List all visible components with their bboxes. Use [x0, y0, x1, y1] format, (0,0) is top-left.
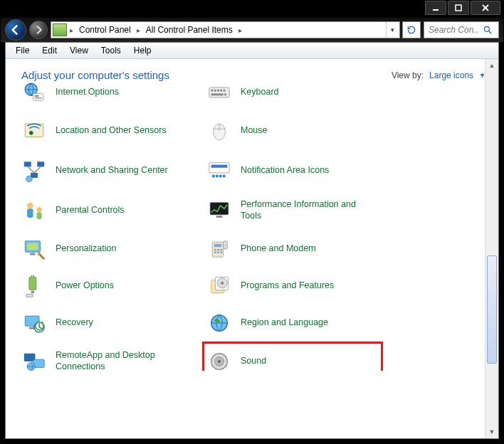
item-label: Recovery [56, 317, 93, 329]
item-label: Mouse [241, 125, 268, 137]
refresh-button[interactable] [402, 21, 421, 38]
navigation-bar: ▸ Control Panel ▸ All Control Panel Item… [1, 18, 503, 42]
breadcrumb[interactable]: All Control Panel Items [142, 22, 237, 38]
svg-rect-47 [217, 252, 219, 253]
svg-line-3 [489, 31, 492, 34]
item-perf-info-tools[interactable]: Performance Information and Tools [204, 192, 382, 229]
item-label: Programs and Features [241, 280, 334, 292]
svg-point-24 [26, 176, 33, 182]
item-label: Region and Language [241, 317, 328, 329]
recovery-icon [21, 310, 47, 336]
search-input[interactable] [427, 24, 480, 36]
titlebar[interactable] [1, 1, 503, 18]
svg-rect-52 [33, 275, 34, 277]
svg-rect-49 [224, 241, 228, 249]
svg-rect-13 [224, 90, 226, 92]
item-label: Keyboard [241, 87, 279, 98]
parental-controls-icon [21, 198, 47, 223]
maximize-button[interactable] [448, 1, 469, 15]
item-mouse[interactable]: Mouse [204, 112, 382, 149]
svg-point-17 [29, 131, 33, 135]
svg-rect-9 [211, 90, 214, 92]
svg-rect-27 [212, 175, 215, 178]
menu-help[interactable]: Help [128, 44, 157, 57]
address-bar[interactable]: ▸ Control Panel ▸ All Control Panel Item… [51, 21, 400, 38]
item-internet-options[interactable]: Internet Options [19, 75, 196, 110]
svg-rect-1 [456, 5, 461, 11]
svg-point-57 [221, 282, 224, 285]
region-language-icon [206, 310, 232, 336]
remoteapp-icon [21, 349, 47, 371]
item-parental-controls[interactable]: Parental Controls [19, 192, 196, 229]
item-programs-features[interactable]: Programs and Features [204, 269, 382, 303]
svg-rect-51 [31, 275, 32, 277]
item-label: Internet Options [56, 87, 119, 98]
item-label: Power Options [56, 280, 114, 292]
item-notification-icons[interactable]: Notification Area Icons [204, 152, 382, 189]
forward-button[interactable] [29, 21, 48, 39]
performance-icon [206, 198, 232, 223]
svg-rect-11 [217, 90, 219, 92]
item-network-sharing[interactable]: Network and Sharing Center [19, 152, 196, 189]
minimize-button[interactable] [425, 1, 446, 15]
scroll-down-button[interactable]: ▼ [485, 426, 498, 438]
svg-rect-10 [214, 90, 216, 92]
svg-rect-0 [433, 9, 439, 11]
scroll-track[interactable] [485, 72, 498, 426]
svg-rect-43 [214, 249, 216, 250]
svg-rect-42 [214, 244, 221, 247]
breadcrumb[interactable]: Control Panel [75, 22, 135, 38]
menu-edit[interactable]: Edit [36, 44, 63, 57]
svg-point-40 [38, 253, 41, 255]
address-dropdown[interactable]: ▾ [386, 22, 398, 38]
item-label: Parental Controls [56, 205, 125, 216]
vertical-scrollbar[interactable]: ▲ ▼ [485, 59, 498, 438]
location-sensors-icon [21, 118, 47, 144]
menu-view[interactable]: View [64, 44, 94, 57]
back-button[interactable] [5, 19, 26, 41]
menu-tools[interactable]: Tools [95, 44, 127, 57]
svg-rect-26 [211, 165, 228, 168]
chevron-right-icon[interactable]: ▸ [135, 26, 142, 34]
chevron-right-icon[interactable]: ▸ [68, 26, 75, 34]
search-box[interactable] [424, 21, 499, 38]
scroll-thumb[interactable] [487, 255, 497, 363]
phone-modem-icon [206, 236, 232, 262]
item-label: Performance Information and Tools [241, 199, 376, 221]
item-personalization[interactable]: Personalization [19, 232, 196, 266]
item-sound[interactable]: Sound [204, 343, 382, 371]
window-frame: ▸ Control Panel ▸ All Control Panel Item… [0, 0, 504, 444]
power-options-icon [21, 273, 47, 299]
keyboard-icon [206, 80, 232, 105]
item-label: Phone and Modem [241, 243, 316, 255]
svg-rect-7 [35, 97, 42, 98]
sound-icon [206, 349, 232, 371]
item-label: Sound [241, 356, 266, 367]
menu-file[interactable]: File [10, 44, 35, 57]
items-grid: Internet Options Keyboard Location an [19, 75, 498, 371]
search-icon [483, 25, 493, 35]
svg-rect-22 [37, 162, 44, 166]
svg-rect-28 [216, 175, 219, 178]
item-location-sensors[interactable]: Location and Other Sensors [19, 112, 196, 149]
network-sharing-icon [21, 158, 47, 184]
svg-rect-48 [220, 252, 222, 253]
item-keyboard[interactable]: Keyboard [204, 75, 382, 110]
close-button[interactable] [471, 1, 500, 15]
item-recovery[interactable]: Recovery [19, 306, 196, 340]
item-power-options[interactable]: Power Options [19, 269, 196, 303]
svg-rect-46 [214, 252, 216, 253]
item-phone-modem[interactable]: Phone and Modem [204, 232, 382, 266]
chevron-right-icon[interactable]: ▸ [237, 26, 243, 34]
svg-rect-15 [224, 93, 226, 95]
programs-features-icon [206, 273, 232, 299]
item-region-language[interactable]: Region and Language [204, 306, 382, 340]
svg-rect-30 [223, 175, 226, 178]
scroll-up-button[interactable]: ▲ [485, 59, 498, 72]
svg-rect-21 [24, 162, 31, 166]
item-label: Network and Sharing Center [56, 165, 168, 176]
notification-icons-icon [206, 158, 232, 184]
menubar: File Edit View Tools Help [6, 43, 498, 59]
item-remoteapp[interactable]: RemoteApp and Desktop Connections [19, 343, 196, 371]
item-label: Notification Area Icons [241, 165, 329, 176]
